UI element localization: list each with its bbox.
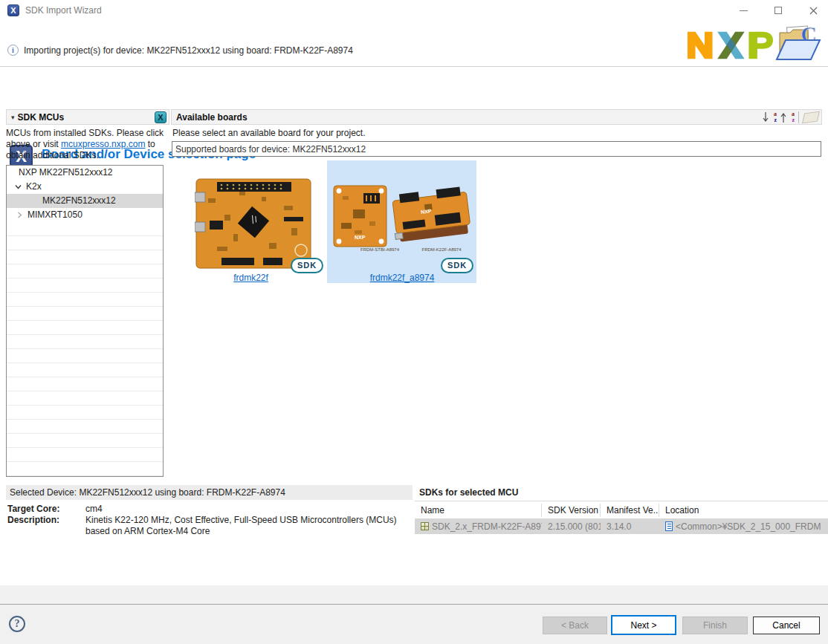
- close-button[interactable]: [798, 0, 828, 21]
- tree-item-mimxrt1050[interactable]: MIMXRT1050: [7, 208, 163, 222]
- tree-item-k2x[interactable]: K2x: [7, 180, 163, 194]
- sdk-table-header: Name SDK Version Manifest Ve... Location: [415, 501, 828, 518]
- description-label: Description:: [7, 515, 59, 525]
- finish-button[interactable]: Finish: [682, 617, 748, 634]
- tree-row-empty[interactable]: [7, 279, 163, 293]
- tree-row-empty[interactable]: [7, 307, 163, 321]
- sdks-for-mcu-title: SDKs for selected MCU: [419, 487, 518, 498]
- help-button[interactable]: ?: [9, 616, 25, 632]
- nxp-logo: [688, 28, 773, 62]
- window-title: SDK Import Wizard: [25, 4, 102, 16]
- available-boards-title: Available boards: [176, 112, 248, 123]
- sdk-mcus-x-icon[interactable]: X: [155, 111, 166, 123]
- tree-row-empty[interactable]: [7, 448, 163, 462]
- sort-descending-button[interactable]: a z: [780, 111, 795, 124]
- board-toolbar: a z a z: [763, 111, 821, 124]
- title-bar: X SDK Import Wizard: [0, 0, 828, 21]
- close-icon: [809, 7, 818, 15]
- sdk-table-row[interactable]: SDK_2.x_FRDM-K22F-A8974 2.15.000 (801 2 …: [415, 518, 828, 534]
- column-header-location[interactable]: Location: [659, 504, 828, 517]
- toolbar-separator: [798, 111, 799, 123]
- banner-message: Importing project(s) for device: MK22FN5…: [24, 45, 353, 56]
- sdk-table: Name SDK Version Manifest Ve... Location…: [415, 501, 828, 534]
- svg-text:NXP: NXP: [355, 235, 366, 240]
- description-value: Kinetis K22-120 MHz, Cost Effective, Ful…: [85, 515, 413, 537]
- tree-item-label: MIMXRT1050: [28, 208, 83, 222]
- sdk-mcus-section-bar: ▾ SDK MCUs X: [6, 109, 169, 125]
- minimize-icon: [740, 10, 748, 11]
- board-link-frdmk22f[interactable]: frdmk22f: [223, 273, 279, 283]
- column-header-sdk-version[interactable]: SDK Version: [542, 504, 601, 517]
- maximize-button[interactable]: [763, 0, 793, 21]
- footer-spacer: [0, 585, 828, 604]
- tree-row-empty[interactable]: [7, 222, 163, 236]
- tree-item-label: MK22FN512xxx12: [42, 194, 116, 208]
- tree-row-empty[interactable]: [7, 391, 163, 406]
- chevron-down-icon[interactable]: [14, 183, 22, 191]
- selected-device-header: Selected Device: MK22FN512xxx12 using bo…: [6, 485, 413, 500]
- sdk-name: SDK_2.x_FRDM-K22F-A8974: [432, 521, 542, 532]
- sdk-version: 2.15.000 (801 2: [542, 521, 601, 532]
- tree-row-empty[interactable]: [7, 462, 163, 476]
- clear-filter-eraser-icon[interactable]: [802, 111, 820, 123]
- board-link-frdmk22f-a8974[interactable]: frdmk22f_a8974: [368, 273, 436, 283]
- back-button[interactable]: < Back: [543, 617, 607, 634]
- sdk-mcus-description: MCUs from installed SDKs. Please click a…: [6, 128, 169, 161]
- sdk-package-icon: [421, 522, 429, 530]
- sdk-badge: SDK: [441, 258, 473, 273]
- minimize-button[interactable]: [728, 0, 758, 21]
- tree-row-empty[interactable]: [7, 293, 163, 307]
- board-caption: FRDM-K22F-A8974: [405, 247, 478, 252]
- column-header-manifest[interactable]: Manifest Ve...: [601, 504, 659, 517]
- page-header: X Board and/or Device selection page: [0, 68, 828, 104]
- sort-ascending-button[interactable]: a z: [763, 111, 777, 124]
- target-core-label: Target Core:: [7, 504, 59, 514]
- tree-row-empty[interactable]: [7, 335, 163, 349]
- tree-row-empty[interactable]: [7, 349, 163, 363]
- tree-item-label: NXP MK22FN512xxx12: [19, 166, 113, 180]
- mcuxpresso-link[interactable]: mcuxpresso.nxp.com: [61, 139, 145, 149]
- sdk-manifest-version: 3.14.0: [601, 521, 659, 532]
- tree-item-mk22fn512xxx12[interactable]: MK22FN512xxx12: [7, 194, 163, 208]
- tree-item-label: K2x: [26, 180, 42, 194]
- tree-row-empty[interactable]: [7, 434, 163, 448]
- next-button[interactable]: Next >: [611, 615, 676, 635]
- collapse-twistie-icon[interactable]: ▾: [11, 114, 15, 121]
- cancel-button[interactable]: Cancel: [753, 617, 820, 634]
- sdk-mcus-title: SDK MCUs: [18, 112, 65, 123]
- maximize-icon: [774, 7, 782, 14]
- info-icon: i: [7, 45, 19, 56]
- board-image-frdm-stbi-a8974[interactable]: NXP: [332, 184, 388, 248]
- board-instruction: Please select an available board for you…: [172, 128, 365, 138]
- target-core-value: cm4: [85, 504, 103, 514]
- board-filter-input[interactable]: [172, 141, 821, 157]
- tree-row-empty[interactable]: [7, 377, 163, 391]
- board-image-frdm-k22f-a8974[interactable]: NXP: [392, 186, 475, 248]
- sdk-location: <Common>¥SDK_2_15_000_FRDM: [676, 521, 821, 532]
- available-boards-section-bar: Available boards a z a z: [171, 109, 822, 125]
- sdk-badge: SDK: [291, 258, 323, 273]
- tree-row-empty[interactable]: [7, 406, 163, 420]
- tree-row-empty[interactable]: [7, 250, 163, 264]
- tree-row-empty[interactable]: [7, 236, 163, 250]
- board-image-frdmk22f[interactable]: [195, 176, 312, 271]
- c-project-folder-icon: C: [775, 24, 823, 64]
- tree-item-nxp-mk22fn512xxx12[interactable]: NXP MK22FN512xxx12: [7, 166, 163, 180]
- app-icon: X: [7, 4, 19, 16]
- tree-row-empty[interactable]: [7, 264, 163, 279]
- column-header-name[interactable]: Name: [415, 504, 542, 517]
- wizard-banner: i Importing project(s) for device: MK22F…: [0, 21, 828, 67]
- location-clipboard-icon: [665, 521, 673, 531]
- tree-row-empty[interactable]: [7, 363, 163, 377]
- mcu-listbox: NXP MK22FN512xxx12 K2x MK22FN512xxx12 MI…: [6, 165, 164, 477]
- tree-row-empty[interactable]: [7, 420, 163, 434]
- chevron-right-icon[interactable]: [16, 212, 23, 219]
- tree-row-empty[interactable]: [7, 321, 163, 335]
